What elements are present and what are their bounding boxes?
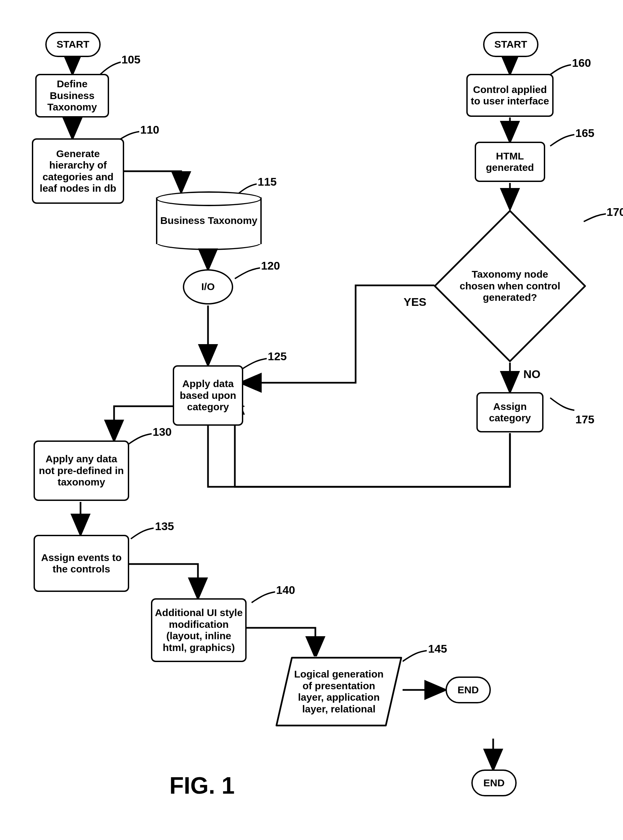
start-left-terminator: START	[45, 32, 101, 57]
ref-140: 140	[276, 583, 295, 597]
ref-165: 165	[575, 126, 594, 140]
assign-events-box: Assign events to the controls	[34, 535, 129, 592]
assign-category-box: Assign category	[476, 392, 543, 432]
ref-135: 135	[155, 520, 174, 533]
ref-105: 105	[121, 53, 141, 66]
apply-data-not-predefined-box: Apply any data not pre-defined in taxono…	[34, 440, 129, 501]
end-terminator-bottom: END	[471, 769, 517, 796]
ref-175: 175	[575, 413, 594, 426]
parallelogram-label: Logical generation of presentation layer…	[288, 656, 389, 727]
decision-taxonomy-node: Taxonomy node chosen when control genera…	[433, 209, 587, 363]
ref-115: 115	[258, 175, 277, 188]
no-label: NO	[523, 368, 540, 381]
business-taxonomy-db: Business Taxonomy	[156, 191, 262, 250]
decision-label: Taxonomy node chosen when control genera…	[433, 209, 587, 363]
end-terminator-right: END	[445, 677, 491, 703]
define-business-taxonomy-box: Define Business Taxonomy	[35, 74, 109, 117]
apply-data-category-box: Apply data based upon category	[173, 365, 243, 426]
ref-130: 130	[153, 425, 172, 438]
ref-160: 160	[572, 56, 591, 69]
generate-hierarchy-box: Generate hierarchy of categories and lea…	[32, 138, 124, 204]
logical-generation-parallelogram: Logical generation of presentation layer…	[275, 656, 403, 727]
ref-125: 125	[268, 350, 287, 363]
io-ellipse: I/O	[183, 269, 233, 305]
ref-170: 170	[606, 205, 623, 218]
figure-caption: FIG. 1	[169, 772, 235, 799]
control-applied-box: Control applied to user interface	[466, 74, 554, 117]
ref-120: 120	[261, 259, 280, 272]
ref-145: 145	[428, 642, 447, 655]
flowchart-canvas: START Define Business Taxonomy 105 Gener…	[0, 0, 623, 840]
ref-110: 110	[140, 123, 160, 136]
additional-ui-style-box: Additional UI style modification (layout…	[151, 598, 247, 662]
html-generated-box: HTML generated	[475, 142, 545, 182]
db-label: Business Taxonomy	[156, 215, 262, 226]
start-right-terminator: START	[483, 32, 539, 57]
yes-label: YES	[404, 295, 427, 309]
